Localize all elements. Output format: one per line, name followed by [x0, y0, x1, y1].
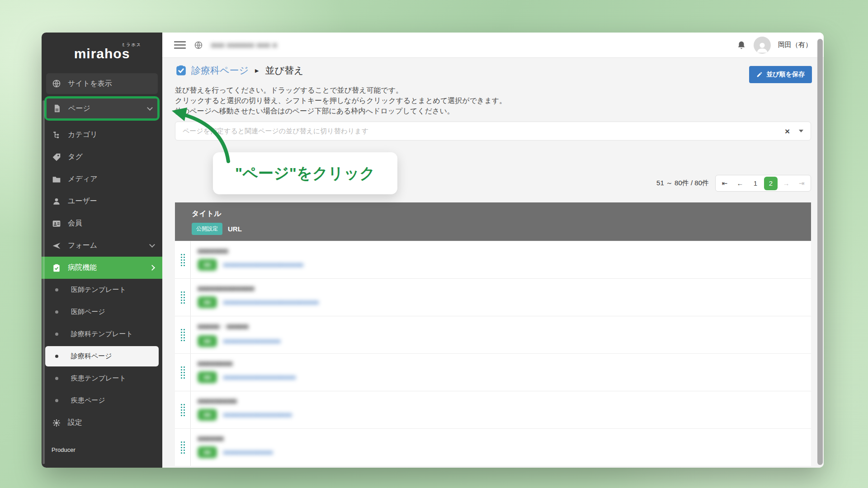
sidebar-item-forms[interactable]: フォーム [42, 235, 162, 257]
row-url-link-redacted[interactable]: ■■■■■■■■■■■■■■■■■■ [223, 411, 292, 418]
drag-handle[interactable] [175, 241, 191, 278]
sidebar-item-label: 医師テンプレート [71, 286, 126, 294]
sidebar-item-users[interactable]: ユーザー [42, 190, 162, 212]
publish-status-badge: ■■ [198, 335, 217, 347]
table-row[interactable]: ■■■■■■ ■■■■■■■■■■■■■■■ [175, 428, 811, 466]
bullet-icon [55, 377, 58, 380]
chevron-down-icon [147, 105, 153, 111]
sidebar-item-label: 設定 [68, 418, 82, 427]
sidebar-item-label: サイトを表示 [68, 79, 112, 89]
drag-handle[interactable] [175, 391, 191, 428]
sidebar-item-members[interactable]: 会員 [42, 212, 162, 235]
tutorial-callout-text: "ページ"をクリック [235, 163, 375, 184]
sidebar-item-disease-template[interactable]: 疾患テンプレート [42, 367, 162, 389]
bullet-icon [55, 333, 58, 336]
next-page-button[interactable]: → [778, 175, 794, 191]
site-title-redacted: ■■■ ■■■■■■ ■■■ ■ [211, 41, 277, 49]
sidebar-item-label: 医師ページ [71, 308, 105, 316]
sidebar-item-media[interactable]: メディア [42, 168, 162, 190]
drag-dots-icon [181, 329, 185, 341]
drag-dots-icon [181, 366, 185, 379]
drag-handle[interactable] [175, 354, 191, 391]
instruction-line: クリックすると選択の切り替え、シフトキーを押しながらクリックするとまとめて選択が… [175, 95, 811, 106]
drag-handle[interactable] [175, 316, 191, 353]
app-window: ミラホス mirahos サイトを表示 ページ [42, 33, 824, 468]
hamburger-menu-icon[interactable] [174, 41, 186, 49]
row-url-link-redacted[interactable]: ■■■■■■■■■■■■■■■■■■■■■ [223, 261, 304, 268]
sidebar-item-categories[interactable]: カテゴリ [42, 124, 162, 146]
clipboard-check-blue-icon [175, 65, 187, 76]
sidebar-item-tags[interactable]: タグ [42, 146, 162, 168]
sidebar-item-disease-pages[interactable]: 疾患ページ [42, 389, 162, 412]
pencil-icon [756, 71, 763, 78]
sidebar-item-label: 診療科ページ [71, 352, 112, 361]
breadcrumb-arrow-icon: ▶ [255, 68, 259, 74]
clipboard-check-icon [52, 263, 61, 273]
column-title: タイトル [192, 209, 811, 219]
sidebar-nav: サイトを表示 ページ カテゴリ [42, 73, 162, 434]
notification-bell-icon[interactable] [736, 40, 746, 50]
table-row[interactable]: ■■■■■■■■■■■■■ ■■■■■■■■■■■■■■■■■■■■■■■■■■… [175, 278, 811, 316]
sidebar-item-department-pages[interactable]: 診療科ページ [45, 346, 159, 366]
bullet-icon [55, 288, 58, 291]
table-row[interactable]: ■■■■■■■■■ ■■■■■■■■■■■■■■■■■■■■ [175, 391, 811, 428]
sidebar-item-department-template[interactable]: 診療科テンプレート [42, 323, 162, 345]
topbar-right: 岡田（有） [736, 37, 812, 54]
sidebar-scrollbar[interactable] [42, 100, 45, 464]
publish-status-badge: ■■ [198, 371, 217, 383]
logo-text: mirahos [74, 46, 130, 61]
main-scrollbar[interactable] [817, 39, 823, 465]
app-logo: ミラホス mirahos [42, 46, 162, 61]
page-select-combobox[interactable]: ページを指定すると関連ページの並び替えに切り替わります × [175, 122, 811, 141]
bullet-icon [55, 399, 58, 402]
page-title: 並び替え [265, 64, 303, 77]
producer-label: Producer [52, 446, 75, 453]
drag-handle[interactable] [175, 279, 191, 316]
sidebar-item-doctor-template[interactable]: 医師テンプレート [42, 279, 162, 301]
row-url-link-redacted[interactable]: ■■■■■■■■■■■■■■■ [223, 338, 281, 345]
sidebar-item-pages[interactable]: ページ [47, 99, 157, 118]
sidebar-item-view-site[interactable]: サイトを表示 [46, 73, 158, 94]
page-1-button[interactable]: 1 [748, 175, 763, 191]
sidebar-item-doctor-pages[interactable]: 医師ページ [42, 301, 162, 323]
table-row[interactable]: ■■■■■■■ ■■■■■■■■■■■■■■■■■■■■■■■ [175, 241, 811, 278]
sidebar-item-settings[interactable]: 設定 [42, 412, 162, 434]
row-url-link-redacted[interactable]: ■■■■■■■■■■■■■■■■■■■■■■■■■ [223, 299, 319, 306]
page-2-button-active[interactable]: 2 [764, 177, 778, 190]
file-icon [52, 103, 62, 113]
drag-handle[interactable] [175, 429, 191, 466]
row-title-redacted: ■■■■■■ [198, 435, 224, 443]
sidebar-item-label: ページ [68, 104, 90, 113]
result-count: 51 ～ 80件 / 80件 [656, 179, 709, 188]
select-caret-icon[interactable] [799, 130, 803, 132]
user-name: 岡田（有） [778, 41, 812, 49]
row-url-link-redacted[interactable]: ■■■■■■■■■■■■■■■■■■■ [223, 374, 296, 381]
sidebar-item-label: 疾患ページ [71, 396, 105, 405]
sidebar-item-label: フォーム [68, 241, 97, 250]
main-area: ■■■ ■■■■■■ ■■■ ■ 岡田（有） 診療科ページ [162, 33, 824, 468]
table-row[interactable]: ■■■■■・■■■■■ ■■■■■■■■■■■■■■■■■ [175, 316, 811, 353]
select-placeholder: ページを指定すると関連ページの並び替えに切り替わります [183, 127, 368, 136]
sidebar-item-label: ユーザー [68, 197, 97, 206]
row-url-link-redacted[interactable]: ■■■■■■■■■■■■■ [223, 449, 273, 456]
sidebar-item-label: メディア [68, 174, 98, 184]
clear-selection-icon[interactable]: × [785, 127, 790, 136]
prev-page-button[interactable]: ← [732, 175, 748, 191]
sidebar-item-label: 病院機能 [68, 263, 97, 272]
table-row[interactable]: ■■■■■■■■ ■■■■■■■■■■■■■■■■■■■■■ [175, 353, 811, 391]
breadcrumb-section-link[interactable]: 診療科ページ [191, 64, 249, 77]
last-page-button[interactable]: ⇥ [794, 175, 809, 191]
drag-dots-icon [181, 441, 185, 454]
site-globe-icon [194, 41, 203, 50]
first-page-button[interactable]: ⇤ [717, 175, 732, 191]
save-order-button[interactable]: 並び順を保存 [749, 66, 812, 83]
user-icon [52, 197, 61, 206]
drag-dots-icon [181, 291, 185, 304]
gear-icon [52, 418, 61, 428]
sidebar-item-hospital-functions[interactable]: 病院機能 [42, 257, 162, 279]
page-content: 診療科ページ ▶ 並び替え 並び順を保存 並び替えを行ってください。ドラッグする… [162, 58, 824, 468]
column-url: URL [228, 225, 242, 233]
category-tree-icon [52, 130, 61, 140]
user-avatar[interactable] [754, 37, 771, 54]
row-title-redacted: ■■■■■■■■■■■■■ [198, 285, 255, 293]
